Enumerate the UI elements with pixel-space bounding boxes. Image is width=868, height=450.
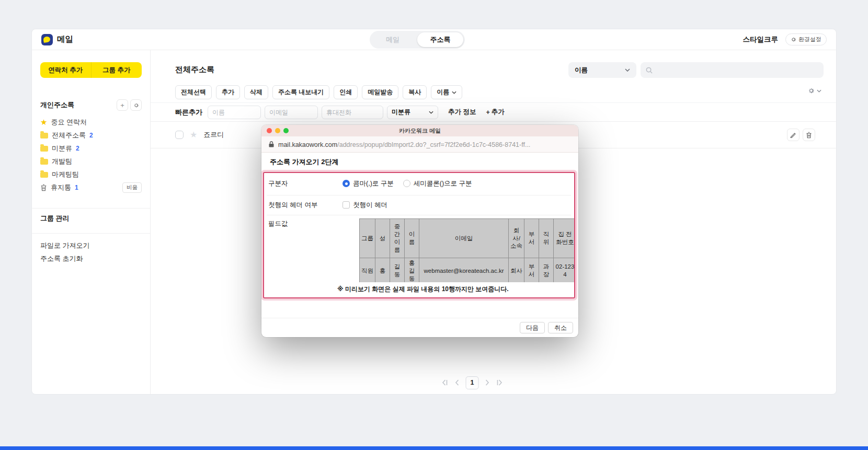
sidebar-item-label: 전체주소록: [52, 131, 86, 140]
sidebar-link-reset-addressbook[interactable]: 주소록 초기화: [40, 252, 83, 265]
next-button[interactable]: 다음: [520, 322, 545, 333]
tab-address-book[interactable]: 주소록: [417, 32, 463, 47]
close-window-icon[interactable]: [267, 128, 272, 133]
quick-add-submit-button[interactable]: + 추가: [486, 108, 504, 117]
search-filter-dropdown[interactable]: 이름: [568, 62, 636, 78]
checkbox-unchecked-icon: [342, 201, 350, 209]
col-lastname: 성: [375, 219, 390, 258]
import-popup-window: 카카오워크 메일 mail.kakaowork.com/address/popu…: [261, 125, 578, 337]
chevron-down-icon: [625, 68, 630, 72]
tab-mail[interactable]: 메일: [370, 31, 416, 49]
sidebar-link-import-file[interactable]: 파일로 가져오기: [40, 239, 90, 252]
last-page-icon[interactable]: [496, 379, 504, 386]
copy-button[interactable]: 복사: [403, 85, 427, 99]
quick-add-group-label: 미분류: [392, 108, 410, 117]
chevron-down-icon: [429, 111, 433, 114]
quick-add-phone-input[interactable]: [322, 106, 383, 119]
desktop: 메일 메일 주소록 스타일크루 환경설정 연락처 추가 그룹 추가 개인주소록: [0, 0, 868, 450]
delete-button[interactable]: 삭제: [244, 85, 268, 99]
star-icon: ★: [40, 118, 47, 126]
pagination: 1: [441, 376, 504, 389]
quick-add-group-dropdown[interactable]: 미분류: [387, 106, 438, 119]
export-addressbook-button[interactable]: 주소록 내보내기: [272, 85, 329, 99]
gear-icon: [133, 102, 139, 108]
personal-addressbook-title: 개인주소록: [40, 100, 74, 110]
add-button[interactable]: 추가: [216, 85, 240, 99]
first-row-header-checkbox[interactable]: 첫행이 헤더: [342, 201, 387, 210]
sidebar-divider: [32, 208, 150, 209]
app-title: 메일: [57, 34, 73, 45]
delimiter-row: 구분자 콤마(,)로 구분 세미콜론()으로 구분: [261, 172, 574, 195]
print-button[interactable]: 인쇄: [334, 85, 358, 99]
quick-add-email-input[interactable]: [265, 106, 318, 119]
delimiter-label: 구분자: [261, 179, 342, 188]
col-department: 부서: [524, 219, 539, 258]
radio-semicolon-delimiter[interactable]: 세미콜론()으로 구분: [403, 179, 472, 188]
search-icon: [646, 67, 653, 74]
select-all-button[interactable]: 전체선택: [175, 85, 212, 99]
preview-table: 그룹 성 중간이름 이름 이메일 회사/소속 부서 직위 집 전화번호 직원 홍…: [359, 218, 575, 282]
popup-window-title: 카카오워크 메일: [399, 127, 441, 135]
edit-contact-button[interactable]: [787, 129, 800, 141]
add-contact-button[interactable]: 연락처 추가: [40, 62, 91, 78]
contact-checkbox[interactable]: [175, 131, 184, 139]
extra-info-button[interactable]: 추가 정보: [448, 108, 476, 117]
settings-label: 환경설정: [798, 36, 821, 43]
current-page[interactable]: 1: [466, 376, 479, 389]
sidebar-divider: [32, 233, 150, 234]
sidebar-item-label: 중요 연락처: [51, 118, 87, 127]
sort-dropdown[interactable]: 이름: [431, 85, 462, 99]
add-folder-button[interactable]: +: [117, 99, 128, 111]
sidebar-item-label: 미분류: [52, 144, 72, 153]
search-filter-label: 이름: [575, 66, 588, 75]
empty-trash-button[interactable]: 비움: [122, 182, 142, 193]
favorite-star-icon[interactable]: ★: [190, 131, 197, 139]
sidebar-item-marketing-team[interactable]: 마케팅팀: [40, 168, 142, 181]
trash-icon: [40, 184, 47, 191]
quick-add-name-input[interactable]: [208, 106, 261, 119]
send-mail-button[interactable]: 메일발송: [362, 85, 398, 99]
zoom-window-icon[interactable]: [283, 128, 289, 133]
sort-dropdown-label: 이름: [437, 88, 449, 97]
popup-url: mail.kakaowork.com/address/popup/dbImpor…: [278, 140, 530, 149]
delete-contact-button[interactable]: [803, 129, 815, 141]
window-controls: [267, 128, 289, 133]
sidebar: 연락처 추가 그룹 추가 개인주소록 + ★ 중요 연락처 전체주소록: [32, 50, 151, 394]
page-title: 전체주소록: [175, 65, 214, 75]
preview-table-container: 그룹 성 중간이름 이름 이메일 회사/소속 부서 직위 집 전화번호 직원 홍…: [359, 218, 575, 282]
next-page-icon[interactable]: [485, 379, 490, 386]
bottom-blue-bar: [0, 446, 868, 450]
col-middlename: 중간이름: [390, 219, 405, 258]
settings-button[interactable]: 환경설정: [785, 33, 827, 45]
search-input[interactable]: [656, 66, 818, 74]
sidebar-item-dev-team[interactable]: 개발팀: [40, 155, 142, 168]
prev-page-icon[interactable]: [455, 379, 460, 386]
sidebar-item-unclassified[interactable]: 미분류 2: [40, 142, 142, 155]
chevron-down-icon: [452, 91, 456, 94]
folder-icon: [40, 146, 48, 152]
radio-unselected-icon: [403, 180, 410, 187]
contact-name: 죠르디: [203, 130, 224, 140]
popup-urlbar: mail.kakaowork.com/address/popup/dbImpor…: [261, 136, 578, 153]
minimize-window-icon[interactable]: [275, 128, 280, 133]
main-tab-switcher: 메일 주소록: [370, 31, 465, 49]
personal-addressbook-section-header: 개인주소록 +: [40, 98, 142, 112]
quick-add-label: 빠른추가: [175, 108, 204, 117]
folder-icon: [40, 133, 48, 139]
header-row-setting: 첫행의 헤더 여부 첫행이 헤더: [261, 195, 574, 215]
folder-settings-button[interactable]: [130, 99, 142, 111]
app-logo-icon: [41, 34, 53, 45]
lock-icon: [269, 141, 274, 147]
radio-comma-delimiter[interactable]: 콤마(,)로 구분: [342, 179, 394, 188]
item-count: 1: [75, 184, 78, 191]
sidebar-item-trash[interactable]: 휴지통 1 비움: [40, 181, 142, 194]
add-group-button[interactable]: 그룹 추가: [91, 62, 142, 78]
folder-icon: [40, 172, 48, 178]
first-page-icon[interactable]: [441, 379, 449, 386]
search-box: [641, 62, 824, 78]
sidebar-item-important-contacts[interactable]: ★ 중요 연락처: [40, 116, 142, 129]
list-settings-dropdown[interactable]: [808, 87, 821, 94]
preview-note: ※ 미리보기 화면은 실제 파일 내용의 10행까지만 보여줍니다.: [337, 285, 509, 294]
sidebar-item-all-addressbook[interactable]: 전체주소록 2: [40, 129, 142, 142]
cancel-button[interactable]: 취소: [548, 322, 573, 333]
